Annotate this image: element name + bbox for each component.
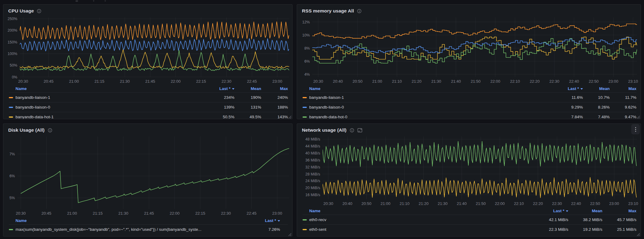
series-value-max: 25.1 MiB/s	[602, 227, 636, 232]
sort-caret-icon	[232, 88, 234, 90]
x-axis-tick-label: 20:30	[18, 79, 28, 84]
x-axis-tick-label: 21:30	[118, 211, 128, 216]
panel-title[interactable]: RSS memory usage All	[302, 8, 354, 14]
series-name[interactable]: banyandb-liaison-1	[16, 95, 208, 100]
legend-col-last[interactable]: Last *	[556, 86, 583, 91]
series-color-swatch[interactable]	[303, 116, 307, 118]
x-axis-tick-label: 23:00	[609, 201, 619, 206]
series-line	[312, 39, 637, 63]
panel-resize-handle[interactable]	[288, 232, 292, 236]
legend-col-mean[interactable]: Mean	[234, 86, 261, 91]
y-axis-tick-label: 150%	[8, 40, 17, 44]
y-axis-tick-label: 28 MiB/s	[305, 172, 320, 176]
legend-col-mean[interactable]: Mean	[568, 209, 602, 213]
kebab-menu-button[interactable]	[631, 124, 640, 134]
y-axis-tick-label: 200%	[8, 28, 17, 33]
panel-resize-handle[interactable]	[288, 115, 292, 118]
x-axis-tick-label: 21:45	[145, 79, 155, 84]
legend-col-mean[interactable]: Mean	[583, 86, 610, 91]
timeseries-chart[interactable]: 5%6%7%20:3020:4521:0021:1521:3021:4522:0…	[3, 134, 292, 217]
panel-title[interactable]: Disk Usage (All)	[8, 127, 45, 133]
panel-resize-handle[interactable]	[636, 115, 640, 118]
series-name[interactable]: banyandb-data-hot-1	[16, 115, 208, 119]
series-value-last: 11.6%	[556, 95, 583, 100]
y-axis-tick-label: 0%	[12, 75, 17, 79]
legend: NameLast *MeanMaxbanyandb-liaison-1234%1…	[3, 85, 292, 119]
series-color-swatch[interactable]	[9, 107, 13, 108]
legend-col-max[interactable]: Max	[602, 209, 636, 213]
panel-header: Disk Usage (All)	[3, 124, 292, 134]
x-axis-tick-label: 23:00	[272, 79, 282, 84]
info-icon[interactable]	[350, 128, 354, 133]
x-axis-tick-label: 22:40	[569, 79, 579, 84]
series-color-swatch[interactable]	[9, 229, 13, 230]
panel-header: RSS memory usage All	[297, 5, 641, 15]
info-icon[interactable]	[48, 128, 52, 133]
x-axis-tick-label: 22:10	[510, 79, 520, 84]
info-icon[interactable]	[357, 9, 362, 13]
series-value-last: 50.5%	[208, 115, 234, 119]
legend-row: banyandb-liaison-111.6%10.7%11.7%	[303, 92, 636, 102]
timeseries-plot[interactable]: 5%6%7%20:3020:4521:0021:1521:3021:4522:0…	[3, 134, 292, 217]
series-color-swatch[interactable]	[303, 219, 307, 220]
legend-col-name[interactable]: Name	[9, 218, 253, 223]
y-axis-tick-label: 48 MiB/s	[305, 137, 320, 141]
series-value-max: 143%	[261, 115, 288, 119]
legend-col-name[interactable]: Name	[9, 86, 208, 91]
y-axis-tick-label: 8%	[304, 46, 310, 50]
series-value-last: 22.3 MiB/s	[534, 227, 568, 232]
series-color-swatch[interactable]	[303, 107, 307, 108]
panel-title[interactable]: Network usage (All)	[302, 127, 347, 133]
series-name[interactable]: banyandb-liaison-0	[16, 105, 208, 109]
series-name[interactable]: max(sum(banyandb_system_disk{job=~"banya…	[16, 227, 253, 232]
series-name[interactable]: banyandb-liaison-1	[309, 95, 556, 100]
x-axis-tick-label: 23:10	[628, 201, 638, 206]
info-icon[interactable]	[37, 9, 41, 13]
x-axis-tick-label: 22:15	[196, 79, 206, 84]
x-axis-tick-label: 21:45	[144, 211, 154, 216]
timeseries-plot[interactable]: 16 MiB/s20 MiB/s24 MiB/s28 MiB/s32 MiB/s…	[297, 134, 641, 207]
timeseries-plot[interactable]: 0%50%100%150%200%250%20:3020:4521:0021:1…	[3, 15, 292, 85]
legend-row: banyandb-data-hot-150.5%49.5%143%	[9, 112, 288, 119]
x-axis-tick-label: 22:30	[222, 79, 232, 84]
series-color-swatch[interactable]	[9, 116, 13, 118]
series-color-swatch[interactable]	[303, 97, 307, 98]
series-value-max: 9.47%	[610, 115, 636, 119]
series-line	[20, 39, 289, 51]
series-value-mean: 49.5%	[234, 115, 261, 119]
timeseries-chart[interactable]: 0%50%100%150%200%250%20:3020:4521:0021:1…	[3, 15, 292, 85]
series-color-swatch[interactable]	[9, 97, 13, 98]
panel-links-icon[interactable]	[357, 128, 362, 133]
x-axis-tick-label: 21:40	[451, 79, 461, 84]
legend-col-last[interactable]: Last *	[534, 209, 568, 213]
legend-col-max[interactable]: Max	[261, 86, 288, 91]
sort-caret-icon	[566, 210, 568, 212]
timeseries-chart[interactable]: 16 MiB/s20 MiB/s24 MiB/s28 MiB/s32 MiB/s…	[297, 134, 641, 207]
timeseries-plot[interactable]: 4%6%8%10%12%20:3020:4020:5021:0021:1021:…	[297, 15, 641, 85]
series-name[interactable]: eth0-sent	[309, 227, 534, 232]
y-axis-tick-label: 100%	[8, 52, 17, 56]
series-line	[323, 141, 636, 167]
panel-resize-handle[interactable]	[636, 232, 640, 236]
legend-col-last[interactable]: Last *	[253, 218, 280, 223]
legend-col-name[interactable]: Name	[303, 209, 534, 213]
x-axis-tick-label: 21:30	[438, 201, 448, 206]
x-axis-tick-label: 23:10	[628, 79, 638, 84]
x-axis-tick-label: 20:45	[43, 79, 54, 84]
panel-header: CPU Usage	[3, 5, 292, 15]
series-name[interactable]: banyandb-data-hot-0	[309, 115, 556, 119]
panel-title[interactable]: CPU Usage	[8, 8, 34, 14]
x-axis-tick-label: 22:00	[170, 211, 180, 216]
x-axis-tick-label: 20:30	[16, 211, 26, 216]
legend-col-name[interactable]: Name	[303, 86, 556, 91]
x-axis-tick-label: 22:45	[247, 79, 257, 84]
legend-col-max[interactable]: Max	[610, 86, 636, 91]
x-axis-tick-label: 20:50	[362, 201, 372, 206]
timeseries-chart[interactable]: 4%6%8%10%12%20:3020:4020:5021:0021:1021:…	[297, 15, 641, 85]
series-value-max: 188%	[261, 105, 288, 109]
legend-col-last[interactable]: Last *	[208, 86, 234, 91]
series-name[interactable]: banyandb-liaison-0	[309, 105, 556, 109]
legend-row: banyandb-data-hot-07.84%7.48%9.47%	[303, 112, 636, 119]
series-name[interactable]: eth0-recv	[309, 217, 534, 222]
series-color-swatch[interactable]	[303, 229, 307, 230]
